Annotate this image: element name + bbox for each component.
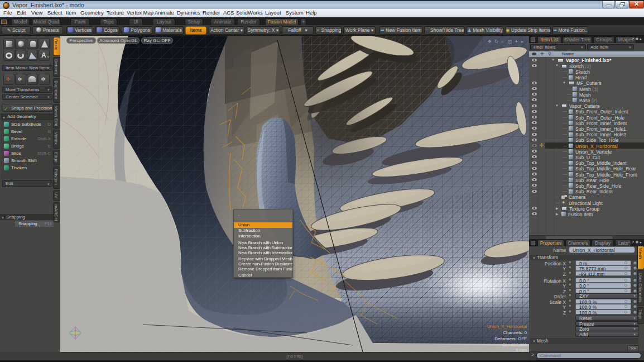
svg-text:↻: ↻ <box>494 39 498 44</box>
svg-text:✥: ✥ <box>488 39 492 44</box>
svg-text:✦: ✦ <box>515 39 518 44</box>
svg-text:⌕: ⌕ <box>501 39 503 44</box>
svg-text:◱: ◱ <box>508 39 512 44</box>
svg-text:5 mm: 5 mm <box>516 347 527 352</box>
svg-text:Deformers: OFF: Deformers: OFF <box>494 336 527 341</box>
svg-text:▸: ▸ <box>521 39 523 44</box>
svg-text:Union_X_Horizontal: Union_X_Horizontal <box>487 324 527 329</box>
svg-text:Channels: 0: Channels: 0 <box>503 330 527 335</box>
svg-text:GL: 497,408: GL: 497,408 <box>502 342 527 347</box>
